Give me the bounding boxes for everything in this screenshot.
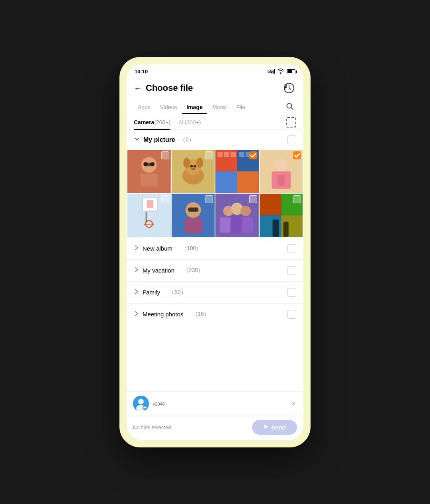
album-count-my-picture: （6） <box>180 136 194 143</box>
svg-rect-37 <box>278 175 284 185</box>
grid-image-1[interactable] <box>127 150 171 193</box>
tab-file[interactable]: File <box>233 101 250 114</box>
tab-music[interactable]: Music <box>208 101 231 114</box>
user-label: v2046 <box>153 402 165 406</box>
image-checkbox-4[interactable] <box>293 151 301 159</box>
sub-tabs: Camera(200+) All(300+) <box>127 115 303 130</box>
grid-image-2[interactable] <box>172 150 215 193</box>
signal-icon: 5G <box>268 68 275 75</box>
status-icons: 5G <box>268 68 295 75</box>
svg-point-19 <box>194 165 196 167</box>
subtab-all[interactable]: All(300+) <box>178 115 201 129</box>
grid-image-8[interactable] <box>260 194 303 237</box>
svg-rect-9 <box>141 173 158 186</box>
phone-frame: 10:10 5G <box>119 57 311 447</box>
album-name-new-album: New album <box>143 245 172 252</box>
select-all-button[interactable] <box>286 117 296 127</box>
svg-rect-28 <box>231 152 236 157</box>
svg-point-16 <box>183 157 190 168</box>
wifi-icon <box>277 68 284 75</box>
no-files-label: No files selected <box>133 424 171 430</box>
svg-point-12 <box>150 162 155 166</box>
album-count-meeting-photos: （16） <box>187 311 210 318</box>
album-count-family: （50） <box>163 289 186 296</box>
history-button[interactable] <box>282 81 296 95</box>
album-checkbox-new-album[interactable] <box>287 244 296 253</box>
svg-rect-57 <box>260 194 281 215</box>
my-picture-header: My picture （6） <box>127 130 303 150</box>
album-count-my-vacation: （230） <box>178 267 203 274</box>
grid-image-7[interactable] <box>215 194 259 237</box>
album-name-meeting-photos: Meeting photos <box>143 311 184 318</box>
image-checkbox-8[interactable] <box>293 195 301 203</box>
image-grid <box>127 150 303 238</box>
grid-image-3[interactable] <box>215 150 259 193</box>
search-button[interactable] <box>283 100 296 115</box>
image-checkbox-6[interactable] <box>205 195 213 203</box>
svg-rect-53 <box>220 218 231 233</box>
tab-apps[interactable]: Apps <box>134 101 154 114</box>
svg-rect-61 <box>272 220 279 237</box>
svg-rect-26 <box>217 152 223 157</box>
svg-point-64 <box>138 399 144 404</box>
expand-chevron-new-album[interactable] <box>134 245 139 252</box>
expand-chevron-my-vacation[interactable] <box>134 267 139 274</box>
grid-image-5[interactable] <box>127 194 171 237</box>
svg-rect-3 <box>274 69 275 74</box>
select-all-icon <box>286 117 296 127</box>
album-checkbox-family[interactable] <box>287 288 296 297</box>
content-area: My picture （6） <box>127 130 303 391</box>
expand-chevron-family[interactable] <box>134 289 139 296</box>
subtab-camera[interactable]: Camera(200+) <box>134 115 170 129</box>
back-button[interactable]: ← <box>134 84 142 92</box>
collapse-chevron[interactable] <box>134 136 140 143</box>
svg-point-11 <box>143 162 148 166</box>
svg-rect-68 <box>145 406 145 409</box>
svg-rect-1 <box>272 71 272 74</box>
image-checkbox-1[interactable] <box>161 151 169 159</box>
svg-rect-25 <box>237 171 258 193</box>
image-checkbox-2[interactable] <box>205 151 213 159</box>
svg-rect-27 <box>224 152 229 157</box>
user-avatar <box>133 396 149 412</box>
album-row-new-album: New album （100） <box>127 238 303 260</box>
svg-rect-2 <box>273 70 274 74</box>
image-checkbox-5[interactable] <box>161 195 169 203</box>
svg-rect-43 <box>144 224 154 225</box>
svg-rect-55 <box>242 218 253 233</box>
svg-rect-48 <box>188 208 198 212</box>
page-title: Choose file <box>146 83 193 93</box>
expand-chevron-meeting-photos[interactable] <box>134 311 139 318</box>
send-icon <box>263 424 269 431</box>
user-info-row: v2046 × <box>127 392 303 416</box>
svg-point-18 <box>190 165 193 167</box>
send-row: No files selected Send <box>127 416 303 440</box>
svg-rect-62 <box>283 222 288 237</box>
album-row-meeting-photos: Meeting photos （16） <box>127 304 303 325</box>
svg-rect-29 <box>239 152 244 157</box>
svg-point-35 <box>274 158 287 171</box>
album-name-family: Family <box>143 289 160 296</box>
status-time: 10:10 <box>135 69 148 75</box>
tab-videos[interactable]: Videos <box>156 101 181 114</box>
grid-image-4[interactable] <box>260 150 303 193</box>
image-checkbox-3[interactable] <box>249 151 257 159</box>
tab-image[interactable]: Image <box>182 101 206 114</box>
svg-point-17 <box>196 157 203 168</box>
album-row-my-vacation: My vacation （230） <box>127 260 303 282</box>
album-select-checkbox[interactable] <box>287 135 296 144</box>
album-name-my-picture: My picture <box>143 136 175 143</box>
image-checkbox-7[interactable] <box>249 195 257 203</box>
send-button[interactable]: Send <box>252 420 297 435</box>
bottom-bar: v2046 × No files selected Send <box>127 391 303 440</box>
battery-icon <box>287 69 295 74</box>
grid-image-6[interactable] <box>172 194 215 237</box>
phone-screen: 10:10 5G <box>127 64 303 440</box>
album-checkbox-meeting-photos[interactable] <box>287 310 296 319</box>
album-name-my-vacation: My vacation <box>143 267 174 274</box>
album-row-family: Family （50） <box>127 282 303 304</box>
svg-point-52 <box>240 206 251 216</box>
svg-rect-24 <box>215 171 237 193</box>
close-user-button[interactable]: × <box>290 398 297 409</box>
album-checkbox-my-vacation[interactable] <box>287 266 296 275</box>
